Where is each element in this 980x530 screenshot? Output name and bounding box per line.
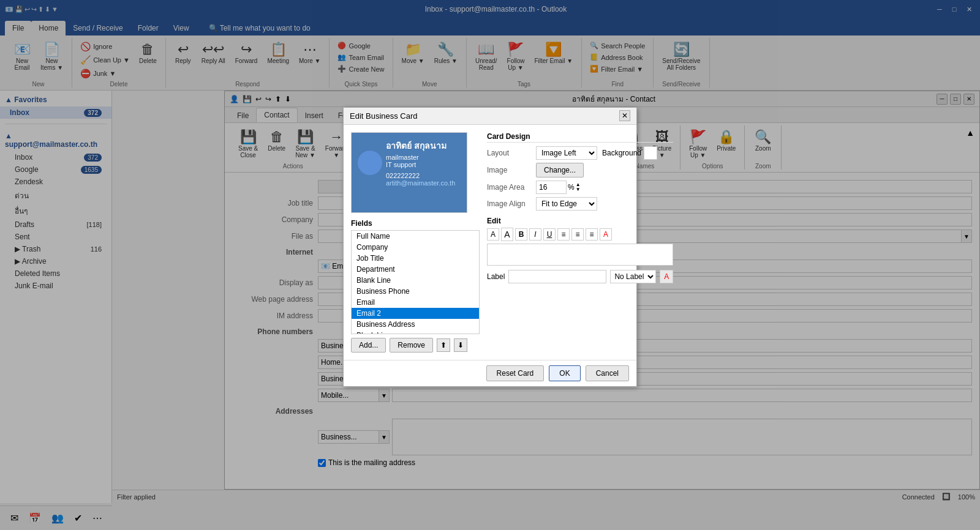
- field-email-2[interactable]: Email 2: [352, 308, 479, 319]
- edit-title: Edit: [487, 217, 673, 225]
- image-label: Image: [487, 166, 536, 174]
- fields-buttons: Add... Remove ⬆ ⬇: [351, 338, 480, 353]
- card-company: mailmaster: [386, 154, 455, 161]
- image-row: Image Change...: [487, 163, 673, 177]
- card-email: artith@maimaster.co.th: [386, 179, 455, 187]
- field-full-name[interactable]: Full Name: [352, 231, 479, 242]
- image-area-input[interactable]: [536, 181, 567, 194]
- bold-btn[interactable]: B: [515, 228, 527, 241]
- fields-section: Fields Full Name Company Job Title Depar…: [351, 219, 480, 353]
- field-down-btn[interactable]: ⬇: [454, 338, 467, 352]
- field-department[interactable]: Department: [352, 264, 479, 275]
- layout-label: Layout: [487, 149, 536, 157]
- underline-btn[interactable]: U: [543, 228, 556, 241]
- card-design-title: Card Design: [487, 132, 673, 143]
- edit-business-card-modal: Edit Business Card ✕ อาทิตย์ สกุลนาม mai…: [343, 107, 637, 387]
- field-business-phone[interactable]: Business Phone: [352, 286, 479, 297]
- image-area-spinner-up[interactable]: ▲ ▼: [576, 182, 581, 192]
- reset-card-btn[interactable]: Reset Card: [486, 365, 545, 381]
- cancel-btn[interactable]: Cancel: [586, 365, 629, 381]
- card-title: IT support: [386, 161, 455, 168]
- label-color-btn[interactable]: A: [660, 270, 673, 283]
- field-blank-1[interactable]: Blank Line: [352, 275, 479, 286]
- modal-body: อาทิตย์ สกุลนาม mailmaster IT support 02…: [344, 125, 636, 360]
- modal-title: Edit Business Card: [350, 111, 418, 121]
- card-avatar: [358, 151, 382, 175]
- card-phone: 022222222: [386, 172, 455, 179]
- modal-title-bar: Edit Business Card ✕: [344, 108, 636, 125]
- font-size-increase-btn[interactable]: A: [501, 228, 513, 241]
- field-company[interactable]: Company: [352, 242, 479, 253]
- font-color-btn[interactable]: A: [600, 228, 612, 241]
- modal-footer: Reset Card OK Cancel: [344, 360, 636, 386]
- card-preview: อาทิตย์ สกุลนาม mailmaster IT support 02…: [351, 132, 467, 213]
- modal-close-btn[interactable]: ✕: [619, 110, 630, 121]
- field-email[interactable]: Email: [352, 297, 479, 308]
- image-align-select[interactable]: Fit to Edge: [536, 197, 597, 211]
- card-name: อาทิตย์ สกุลนาม: [386, 139, 455, 152]
- label-text: Label: [487, 272, 505, 281]
- card-preview-content: อาทิตย์ สกุลนาม mailmaster IT support 02…: [358, 139, 461, 187]
- edit-text-area[interactable]: [487, 244, 673, 266]
- layout-select[interactable]: Image Left: [536, 146, 597, 160]
- remove-field-btn[interactable]: Remove: [390, 338, 433, 353]
- align-center-btn[interactable]: ≡: [571, 228, 584, 241]
- fields-title: Fields: [351, 219, 480, 228]
- align-right-btn[interactable]: ≡: [586, 228, 598, 241]
- edit-section: Edit A A B I U ≡ ≡ ≡ A Label: [487, 217, 673, 283]
- label-select[interactable]: No Label: [610, 270, 656, 283]
- background-label: Background: [602, 149, 641, 157]
- modal-left-panel: อาทิตย์ สกุลนาม mailmaster IT support 02…: [351, 132, 480, 353]
- add-field-btn[interactable]: Add...: [351, 338, 386, 353]
- card-text: อาทิตย์ สกุลนาม mailmaster IT support 02…: [386, 139, 455, 187]
- edit-label-row: Label No Label A: [487, 270, 673, 283]
- image-area-pct: %: [568, 183, 575, 192]
- modal-overlay: Edit Business Card ✕ อาทิตย์ สกุลนาม mai…: [0, 0, 980, 530]
- align-left-btn[interactable]: ≡: [557, 228, 570, 241]
- ok-btn[interactable]: OK: [549, 365, 580, 381]
- image-area-row: Image Area % ▲ ▼: [487, 181, 673, 194]
- modal-right-panel: Card Design Layout Image Left Background…: [487, 132, 673, 353]
- background-swatch[interactable]: [644, 146, 657, 160]
- font-size-decrease-btn[interactable]: A: [487, 228, 499, 241]
- italic-btn[interactable]: I: [529, 228, 541, 241]
- card-preview-inner: อาทิตย์ สกุลนาม mailmaster IT support 02…: [352, 133, 467, 212]
- image-area-label: Image Area: [487, 183, 536, 192]
- image-align-label: Image Align: [487, 200, 536, 208]
- field-job-title[interactable]: Job Title: [352, 253, 479, 264]
- field-blank-2[interactable]: Blank Line: [352, 330, 479, 334]
- label-input[interactable]: [508, 270, 606, 283]
- layout-row: Layout Image Left Background: [487, 146, 673, 160]
- field-up-btn[interactable]: ⬆: [437, 338, 450, 352]
- field-business-address[interactable]: Business Address: [352, 319, 479, 330]
- change-image-btn[interactable]: Change...: [536, 163, 584, 177]
- image-align-row: Image Align Fit to Edge: [487, 197, 673, 211]
- card-design-section: Card Design Layout Image Left Background…: [487, 132, 673, 211]
- edit-toolbar: A A B I U ≡ ≡ ≡ A: [487, 228, 673, 241]
- fields-list[interactable]: Full Name Company Job Title Department B…: [351, 230, 480, 334]
